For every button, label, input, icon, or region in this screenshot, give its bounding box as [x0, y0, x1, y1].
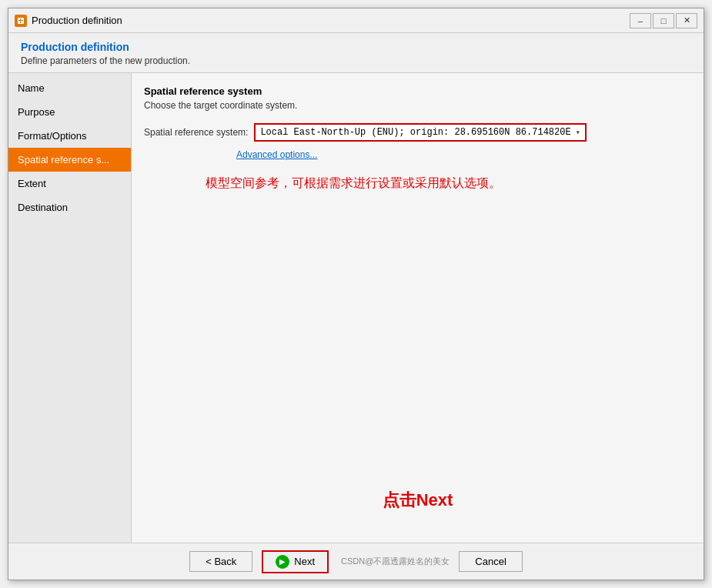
app-icon: [15, 15, 27, 27]
next-button-label: Next: [294, 556, 315, 567]
content-title: Spatial reference system: [144, 85, 691, 97]
dropdown-arrow-icon: ▾: [576, 128, 580, 137]
svg-rect-2: [20, 18, 21, 23]
minimize-button[interactable]: –: [630, 13, 651, 28]
annotation-text: 模型空间参考，可根据需求进行设置或采用默认选项。: [206, 175, 691, 192]
next-hint-label: 点击Next: [383, 489, 453, 512]
sidebar-item-extent[interactable]: Extent: [8, 172, 131, 195]
content-area: Spatial reference system Choose the targ…: [132, 73, 704, 543]
close-button[interactable]: ✕: [676, 13, 697, 28]
spatial-field-label: Spatial reference system:: [144, 127, 248, 138]
field-row-spatial: Spatial reference system: Local East-Nor…: [144, 123, 691, 142]
advanced-options-link[interactable]: Advanced options...: [236, 149, 691, 160]
watermark-text: CSDN@不愿透露姓名的美女: [341, 556, 450, 567]
title-bar: Production definition – □ ✕: [8, 8, 704, 33]
window-controls: – □ ✕: [630, 13, 697, 28]
header-title: Production definition: [21, 41, 691, 53]
header-section: Production definition Define parameters …: [8, 33, 704, 73]
header-subtitle: Define parameters of the new production.: [21, 55, 691, 66]
sidebar-item-format-options[interactable]: Format/Options: [8, 124, 131, 148]
content-subtitle: Choose the target coordinate system.: [144, 100, 691, 111]
sidebar-item-purpose[interactable]: Purpose: [8, 100, 131, 124]
sidebar-item-destination[interactable]: Destination: [8, 195, 131, 219]
footer: < Back ▶ Next CSDN@不愿透露姓名的美女 Cancel: [8, 543, 704, 580]
window-title: Production definition: [32, 15, 630, 26]
sidebar: Name Purpose Format/Options Spatial refe…: [8, 73, 132, 543]
maximize-button[interactable]: □: [653, 13, 674, 28]
spatial-reference-dropdown[interactable]: Local East-North-Up (ENU); origin: 28.69…: [254, 123, 586, 142]
sidebar-item-spatial-reference[interactable]: Spatial reference s...: [8, 148, 131, 172]
next-icon: ▶: [276, 555, 289, 569]
sidebar-item-name[interactable]: Name: [8, 76, 131, 100]
back-button[interactable]: < Back: [189, 551, 252, 572]
cancel-button[interactable]: Cancel: [459, 551, 522, 572]
main-content: Name Purpose Format/Options Spatial refe…: [8, 73, 704, 543]
dropdown-value: Local East-North-Up (ENU); origin: 28.69…: [260, 127, 570, 138]
main-window: Production definition – □ ✕ Production d…: [8, 8, 704, 580]
next-button[interactable]: ▶ Next: [262, 550, 329, 573]
